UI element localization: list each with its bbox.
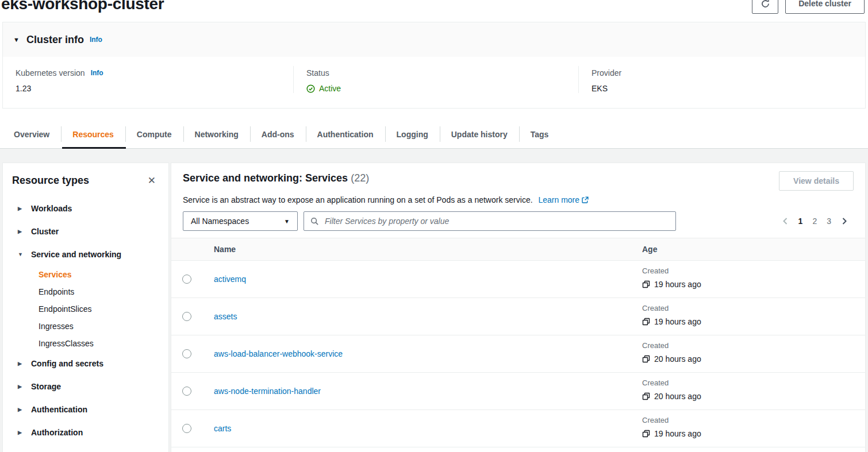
sidebar-item[interactable]: EndpointSlices (12, 300, 159, 318)
delete-cluster-button[interactable]: Delete cluster (785, 0, 865, 14)
sidebar-item[interactable]: Services (12, 266, 159, 283)
cluster-info-info-link[interactable]: Info (90, 36, 102, 44)
sidebar-item-label: Cluster (31, 227, 59, 236)
sidebar-item-label: Ingresses (39, 322, 74, 331)
next-page-icon[interactable] (841, 217, 848, 225)
service-name-link[interactable]: assets (214, 312, 237, 321)
sidebar-item-label: Config and secrets (31, 359, 103, 368)
close-icon[interactable]: ✕ (144, 175, 159, 187)
row-radio[interactable] (182, 387, 191, 396)
cluster-title: eks-workshop-cluster (1, 0, 164, 13)
table-row: aws-node-termination-handler Created 20 … (171, 373, 865, 410)
age-column-header: Age (629, 245, 865, 254)
cluster-tabs: Overview Resources Compute Networking Ad… (0, 121, 868, 149)
created-label: Created (642, 341, 865, 350)
copy-icon[interactable] (642, 430, 650, 438)
refresh-button[interactable] (752, 0, 778, 14)
row-radio[interactable] (182, 424, 191, 433)
created-label: Created (642, 416, 865, 424)
created-label: Created (642, 266, 865, 275)
field-provider: Provider EKS (578, 66, 865, 93)
sidebar-item[interactable]: ▶ Config and secrets (12, 352, 159, 375)
services-count: (22) (351, 172, 369, 184)
page-number[interactable]: 3 (827, 217, 831, 226)
copy-icon[interactable] (642, 355, 650, 363)
table-row: activemq Created 19 hours ago (171, 261, 865, 298)
sidebar-item-label: Services (39, 270, 72, 279)
sidebar-item[interactable]: ▶ Authorization (12, 421, 159, 444)
chevron-down-icon: ▼ (284, 218, 290, 225)
tab[interactable]: Overview (2, 121, 61, 148)
page-number[interactable]: 1 (798, 217, 803, 226)
age-cell: Created (629, 447, 865, 452)
table-header: Name Age (171, 238, 865, 261)
service-name-link[interactable]: activemq (214, 275, 246, 284)
services-description-text: Service is an abstract way to expose an … (183, 195, 533, 204)
expander-triangle-icon: ▶ (18, 430, 24, 435)
tab[interactable]: Logging (385, 121, 440, 148)
age-value: 19 hours ago (654, 280, 701, 289)
service-name-link[interactable]: carts (214, 424, 231, 433)
copy-icon[interactable] (642, 392, 650, 400)
sidebar-item[interactable]: ▶ Authentication (12, 398, 159, 421)
provider-value: EKS (592, 84, 852, 93)
status-check-icon (306, 84, 315, 93)
service-name-link[interactable]: aws-load-balancer-webhook-service (214, 349, 343, 358)
tab[interactable]: Add-ons (250, 121, 306, 148)
created-label: Created (642, 304, 865, 312)
expander-triangle-icon: ▶ (18, 384, 24, 389)
resource-types-list: ▶ Workloads ▶ Cluster ▼ Service and netw… (12, 197, 159, 444)
collapse-caret-icon[interactable]: ▼ (13, 36, 20, 43)
status-badge: Active (306, 84, 566, 93)
service-name-link[interactable]: aws-node-termination-handler (214, 387, 321, 396)
cluster-info-fields: Kubernetes version Info 1.23 Status Acti… (3, 57, 865, 108)
sidebar-item[interactable]: ▶ Storage (12, 375, 159, 398)
age-cell: Created 19 hours ago (629, 410, 865, 447)
services-panel-title: Service and networking: Services (22) (183, 172, 369, 184)
kubernetes-version-info-link[interactable]: Info (91, 69, 103, 77)
learn-more-link[interactable]: Learn more (538, 195, 589, 204)
cluster-info-header[interactable]: ▼ Cluster info Info (3, 22, 865, 57)
services-panel: Service and networking: Services (22) Vi… (171, 163, 866, 452)
tab[interactable]: Resources (61, 121, 125, 148)
tab[interactable]: Networking (183, 121, 250, 148)
services-description: Service is an abstract way to expose an … (183, 195, 854, 204)
refresh-icon (761, 0, 770, 9)
copy-icon[interactable] (642, 318, 650, 326)
age-cell: Created 19 hours ago (629, 261, 865, 298)
sidebar-item[interactable]: Endpoints (12, 283, 159, 300)
pagination: 1 2 3 (782, 217, 854, 226)
row-radio[interactable] (182, 312, 191, 321)
tab[interactable]: Authentication (306, 121, 385, 148)
external-link-icon (581, 196, 589, 204)
tab[interactable]: Update history (440, 121, 519, 148)
view-details-button[interactable]: View details (779, 171, 854, 191)
row-radio[interactable] (182, 349, 191, 358)
sidebar-item[interactable]: IngressClasses (12, 335, 159, 352)
row-radio[interactable] (182, 275, 191, 284)
kubernetes-version-value: 1.23 (16, 84, 281, 93)
previous-page-icon[interactable] (782, 217, 789, 225)
sidebar-item[interactable]: ▼ Service and networking (12, 243, 159, 266)
table-row: Created (171, 447, 865, 452)
search-input[interactable] (324, 216, 669, 226)
age-cell: Created 19 hours ago (629, 298, 865, 335)
cluster-info-title: Cluster info (26, 34, 84, 46)
sidebar-item[interactable]: ▶ Workloads (12, 197, 159, 220)
sidebar-item[interactable]: Ingresses (12, 318, 159, 335)
expander-triangle-icon: ▶ (18, 407, 24, 412)
page-header: eks-workshop-cluster Delete cluster (0, 0, 868, 22)
provider-label: Provider (592, 68, 621, 78)
age-value: 19 hours ago (654, 317, 701, 326)
sidebar-item[interactable]: ▶ Cluster (12, 220, 159, 243)
cluster-info-card: ▼ Cluster info Info Kubernetes version I… (2, 22, 866, 109)
tab[interactable]: Compute (125, 121, 183, 148)
page-number[interactable]: 2 (812, 217, 817, 226)
tab[interactable]: Tags (519, 121, 560, 148)
namespace-filter-select[interactable]: All Namespaces ▼ (183, 211, 298, 231)
copy-icon[interactable] (642, 280, 650, 288)
sidebar-item-label: IngressClasses (39, 339, 94, 348)
field-kubernetes-version: Kubernetes version Info 1.23 (3, 66, 293, 93)
sidebar-item-label: Authentication (31, 405, 87, 414)
sidebar-item-label: Storage (31, 382, 61, 391)
